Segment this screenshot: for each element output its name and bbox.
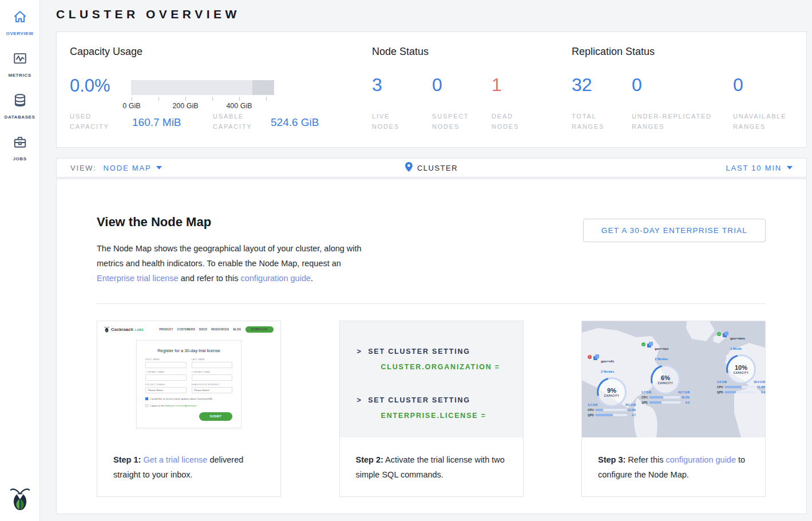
sidebar: OVERVIEW METRICS DATABASES: [0, 0, 40, 521]
trial-site-nav: PRODUCT CUSTOMERS DOCS RESOURCES BLOG DO…: [159, 326, 274, 333]
locality-sfo: ! geo=sfo2 Nodes 9%CAPACITY 3.2 GiB351 G…: [588, 354, 636, 417]
configuration-guide-link-2[interactable]: configuration guide: [666, 455, 736, 464]
cockroach-bug-logo: [10, 487, 30, 513]
sidebar-item-jobs[interactable]: JOBS: [0, 125, 39, 167]
time-range-value: LAST 10 MIN: [726, 164, 782, 172]
steps-row: Cockroach LABS PRODUCT CUSTOMERS DOCS RE…: [97, 321, 766, 497]
main-content: CLUSTER OVERVIEW Capacity Usage 0.0% 0 G…: [40, 0, 812, 521]
configuration-guide-link[interactable]: configuration guide: [240, 274, 311, 283]
sidebar-item-label: METRICS: [8, 73, 31, 78]
step3-label: Step 3:: [598, 455, 625, 464]
sidebar-item-metrics[interactable]: METRICS: [0, 42, 39, 84]
step2-label: Step 2:: [356, 455, 383, 464]
view-selector[interactable]: VIEW: NODE MAP: [70, 164, 162, 172]
time-range-selector[interactable]: LAST 10 MIN: [726, 164, 793, 172]
live-nodes-count: 3: [372, 74, 382, 96]
step1-label: Step 1:: [113, 455, 141, 464]
view-label: VIEW:: [70, 164, 97, 172]
gauge-tick-label: 400 GiB: [226, 102, 252, 110]
view-value: NODE MAP: [104, 164, 152, 172]
step1-card: Cockroach LABS PRODUCT CUSTOMERS DOCS RE…: [97, 321, 281, 497]
home-icon: [13, 9, 27, 26]
step2-caption: Step 2: Activate the trial license with …: [340, 437, 523, 482]
status-dot-green: ✓: [717, 332, 721, 336]
breadcrumb-cluster: CLUSTER: [417, 164, 458, 172]
metrics-icon: [13, 51, 27, 68]
step1-caption: Step 1: Get a trial license delivered st…: [97, 437, 280, 482]
under-replicated-ranges-count: 0: [632, 74, 642, 96]
dead-nodes-count: 1: [492, 74, 502, 96]
used-capacity-label: USED: [70, 113, 92, 120]
node-cube-icon: [647, 342, 653, 348]
status-dot-green: ✓: [641, 342, 645, 346]
breadcrumb: CLUSTER: [405, 162, 458, 173]
used-capacity-value: 160.7 MiB: [132, 116, 181, 129]
sidebar-item-label: OVERVIEW: [6, 31, 34, 36]
get-trial-license-link[interactable]: Get a trial license: [143, 455, 207, 464]
download-button-image: DOWNLOAD: [245, 326, 274, 333]
node-map-description: The Node Map shows the geographical layo…: [97, 241, 371, 286]
usable-capacity-label: USABLE: [213, 113, 244, 120]
page-title: CLUSTER OVERVIEW: [56, 7, 240, 21]
step3-caption: Step 3: Refer this configuration guide t…: [582, 437, 765, 482]
unavailable-ranges-count: 0: [733, 74, 743, 96]
node-cube-icon: [593, 354, 599, 360]
total-ranges-count: 32: [572, 74, 592, 96]
cluster-summary-panel: Capacity Usage 0.0% 0 GiB 200 GiB 400 Gi…: [56, 31, 807, 148]
databases-icon: [13, 93, 27, 110]
enterprise-trial-license-link[interactable]: Enterprise trial license: [97, 274, 179, 283]
usable-capacity-value: 524.6 GiB: [271, 116, 319, 129]
locality-nyc: ✓ geo=nyc2 Nodes 6%CAPACITY 3.7 GiB43.7 …: [641, 342, 690, 404]
capacity-gauge: [131, 80, 274, 95]
node-map-title: View the Node Map: [97, 215, 211, 230]
status-dot-red: !: [588, 355, 592, 359]
capacity-percent: 0.0%: [70, 76, 110, 96]
chevron-down-icon: [787, 166, 793, 169]
step3-card: ! geo=sfo2 Nodes 9%CAPACITY 3.2 GiB351 G…: [581, 321, 766, 497]
capacity-gauge-end-segment: [252, 80, 274, 95]
node-status-title: Node Status: [372, 46, 429, 58]
sidebar-item-databases[interactable]: DATABASES: [0, 84, 39, 125]
enterprise-trial-button[interactable]: GET A 30-DAY ENTERPRISE TRIAL: [583, 219, 766, 242]
sql-commands-image: > SET CLUSTER SETTING CLUSTER.ORGANIZATI…: [340, 321, 523, 437]
trial-register-form: Register for a 30-day trial license FIRS…: [136, 340, 241, 428]
location-pin-icon: [405, 162, 413, 173]
trial-site-screenshot: Cockroach LABS PRODUCT CUSTOMERS DOCS RE…: [97, 321, 280, 437]
view-bar: VIEW: NODE MAP CLUSTER LAST 10 MIN: [56, 158, 807, 177]
section-divider: [97, 303, 766, 304]
checkbox-unchecked: [145, 404, 148, 407]
checkbox-checked: [145, 397, 148, 400]
cockroach-labs-logo: Cockroach LABS: [104, 326, 144, 333]
submit-button-image: SUBMIT: [199, 412, 232, 421]
step2-card: > SET CLUSTER SETTING CLUSTER.ORGANIZATI…: [339, 321, 524, 497]
node-cube-icon: [723, 331, 728, 337]
gauge-tick-label: 200 GiB: [172, 102, 198, 110]
suspect-nodes-count: 0: [432, 74, 442, 96]
sidebar-item-label: DATABASES: [5, 115, 35, 120]
jobs-icon: [13, 135, 27, 152]
gauge-tick-label: 0 GiB: [122, 102, 140, 110]
node-map-preview-image: ! geo=sfo2 Nodes 9%CAPACITY 3.2 GiB351 G…: [582, 321, 765, 437]
node-map-panel: View the Node Map The Node Map shows the…: [56, 179, 807, 514]
chevron-down-icon: [156, 166, 162, 169]
sidebar-item-overview[interactable]: OVERVIEW: [0, 0, 39, 42]
capacity-usage-title: Capacity Usage: [70, 46, 142, 58]
sidebar-item-label: JOBS: [13, 156, 26, 161]
replication-status-title: Replication Status: [572, 46, 655, 58]
locality-ams: ✓ geo=ams1 Node 10%CAPACITY 3.6 GiB36.6 …: [717, 331, 765, 394]
